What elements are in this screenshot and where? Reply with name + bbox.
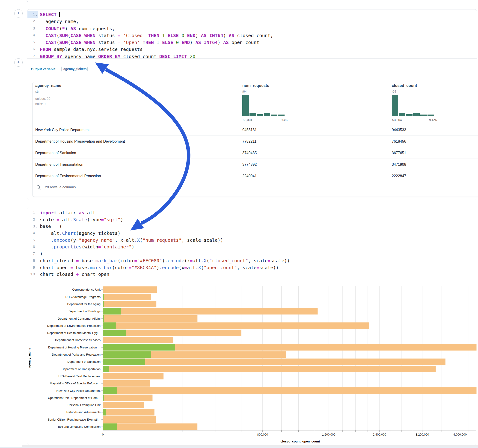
code-line[interactable]: 2scale = alt.Scale(type="sqrt") <box>27 216 475 223</box>
x-axis-tick-label: 800,000 <box>257 433 268 436</box>
line-number: 4 <box>27 32 35 39</box>
table-cell: 9453131 <box>242 124 257 136</box>
table-row[interactable]: Department of Transportation377489234719… <box>32 159 478 170</box>
code-line[interactable]: 5 .encode(y="agency_name", x=alt.X("num_… <box>27 237 475 244</box>
closed-count-bar <box>103 308 318 315</box>
table-cell: Department of Transportation <box>35 159 83 170</box>
column-header-closed-count[interactable]: closed_count <box>392 83 417 88</box>
column-stat-unique: unique: 20 <box>35 97 50 100</box>
table-row[interactable]: Department of Sanitation37494853677651 <box>32 147 478 159</box>
table-row[interactable]: Department of Housing Preservation and D… <box>32 136 478 147</box>
line-number: 9 <box>27 264 35 271</box>
table-cell: Department of Sanitation <box>35 147 76 159</box>
line-number: 10 <box>27 271 35 278</box>
open-count-bar <box>103 395 104 401</box>
code-line[interactable]: 9chart_open = base.mark_bar(color="#8BC3… <box>27 264 475 271</box>
open-count-bar <box>103 366 109 372</box>
closed-count-bar <box>103 315 198 322</box>
num-requests-mini-histogram: 53,3049.5e6 <box>242 94 290 122</box>
table-rows: New York City Police Department945313194… <box>32 124 478 182</box>
code-line[interactable]: 6 .properties(width="container") <box>27 244 475 250</box>
line-number: 4 <box>27 230 35 237</box>
y-axis-label: New York City Police Department <box>57 389 101 392</box>
open-count-bar <box>103 387 117 394</box>
python-code-editor[interactable]: 1import altair as alt2scale = alt.Scale(… <box>27 210 475 278</box>
table-cell: 3774892 <box>242 159 257 170</box>
table-row[interactable]: New York City Police Department945313194… <box>32 124 478 136</box>
table-cell: 3749485 <box>242 147 257 159</box>
code-line[interactable]: 10chart_closed + chart_open <box>27 271 475 278</box>
closed-count-bar <box>103 380 150 387</box>
y-axis-label: Correspondence Unit <box>72 288 101 291</box>
code-line[interactable]: 7GROUP BY agency_name ORDER BY closed_co… <box>27 53 475 60</box>
svg-text:53,304: 53,304 <box>243 118 252 122</box>
open-count-bar <box>103 322 116 329</box>
code-line[interactable]: 2 agency_name, <box>27 18 475 25</box>
code-line[interactable]: 8chart_closed = base.mark_bar(color="#FF… <box>27 257 475 264</box>
line-number: 3 <box>27 223 35 230</box>
y-axis-label: Taxi and Limousine Commission <box>58 425 101 428</box>
y-axis-label: Department of Parks and Recreation <box>52 353 101 356</box>
code-line[interactable]: 3 COUNT(*) AS num_requests, <box>27 25 475 32</box>
y-axis-label: Senior Citizen Rent Increase Exempti… <box>48 418 101 421</box>
closed-count-bar <box>103 366 436 372</box>
closed-count-bar <box>103 337 173 343</box>
fold-chevron-icon[interactable]: ⌄ <box>35 11 38 18</box>
y-axis-label: Department for the Aging <box>67 302 101 306</box>
column-type-closed-count: i64 <box>392 90 396 93</box>
closed-count-bar <box>103 359 446 365</box>
python-cell: 1import altair as alt2scale = alt.Scale(… <box>27 207 477 445</box>
closed-count-bar <box>103 301 157 307</box>
x-axis-tick-label: 1,600,000 <box>322 433 335 436</box>
y-axis-label: Department of Health and Mental Hyg… <box>47 331 101 335</box>
table-cell: 3471908 <box>392 159 406 170</box>
x-axis-title: closed_count, open_count <box>280 440 320 443</box>
code-line[interactable]: 7) <box>27 250 475 257</box>
column-header-num-requests[interactable]: num_requests <box>242 83 269 88</box>
table-cell: 9443533 <box>392 124 406 136</box>
y-axis-label: HRA Benefit Card Replacement <box>58 374 101 378</box>
line-number: 6 <box>27 244 35 250</box>
closed-count-bar <box>103 409 155 416</box>
line-number: 3 <box>27 25 35 32</box>
results-table-card: agency_name str unique: 20 nulls: 0 num_… <box>32 82 478 197</box>
code-line[interactable]: 5 CAST(SUM(CASE WHEN status = 'Open' THE… <box>27 39 475 46</box>
table-footer-summary: 20 rows, 4 columns <box>45 184 76 190</box>
line-number: 7 <box>27 53 35 60</box>
table-row[interactable]: Department of Environmental Protection22… <box>32 170 478 182</box>
add-cell-button-output[interactable]: + <box>14 58 23 67</box>
code-line[interactable]: 4 alt.Chart(agency_tickets) <box>27 230 475 237</box>
open-count-bar <box>103 315 104 322</box>
table-cell: New York City Police Department <box>35 124 90 136</box>
closed-count-mini-histogram: 53,3049.4e6 <box>391 94 440 122</box>
line-number: 2 <box>27 18 35 25</box>
line-number: 2 <box>27 216 35 223</box>
search-icon[interactable] <box>36 185 41 190</box>
closed-count-bar <box>103 395 153 401</box>
previous-cell-edge <box>26 0 478 2</box>
line-number: 1 <box>27 11 35 18</box>
y-axis-label: Department of Transportation <box>62 367 101 371</box>
fold-chevron-icon[interactable]: ⌄ <box>35 223 38 230</box>
sql-code-editor[interactable]: 1⌄SELECT 2 agency_name,3 COUNT(*) AS num… <box>27 11 475 60</box>
y-axis-label: Department of Buildings <box>69 310 101 313</box>
code-line[interactable]: 1import altair as alt <box>27 210 475 216</box>
code-line[interactable]: 6FROM sample_data.nyc.service_requests <box>27 46 475 53</box>
table-cell: 7618456 <box>392 136 406 147</box>
closed-count-bar <box>103 402 144 408</box>
open-count-bar <box>103 330 126 336</box>
open-count-bar <box>103 351 151 358</box>
column-header-agency-name[interactable]: agency_name <box>35 83 61 88</box>
code-line[interactable]: 4 CAST(SUM(CASE WHEN status = 'Closed' T… <box>27 32 475 39</box>
add-cell-button-top[interactable]: + <box>14 9 23 18</box>
svg-text:9.4e6: 9.4e6 <box>429 118 437 122</box>
svg-text:53,304: 53,304 <box>392 118 402 122</box>
code-line[interactable]: 1⌄SELECT <box>27 11 475 18</box>
x-axis-tick-label: 4,000,000 <box>453 433 467 436</box>
output-variable-pill[interactable]: agency_tickets <box>61 66 88 72</box>
closed-count-bar <box>103 322 369 329</box>
x-axis-tick-label: 2,400,000 <box>373 433 386 436</box>
open-count-bar <box>103 308 121 315</box>
code-line[interactable]: 3⌄base = ( <box>27 223 475 230</box>
y-axis-label: Department of Consumer Affairs <box>58 317 101 320</box>
